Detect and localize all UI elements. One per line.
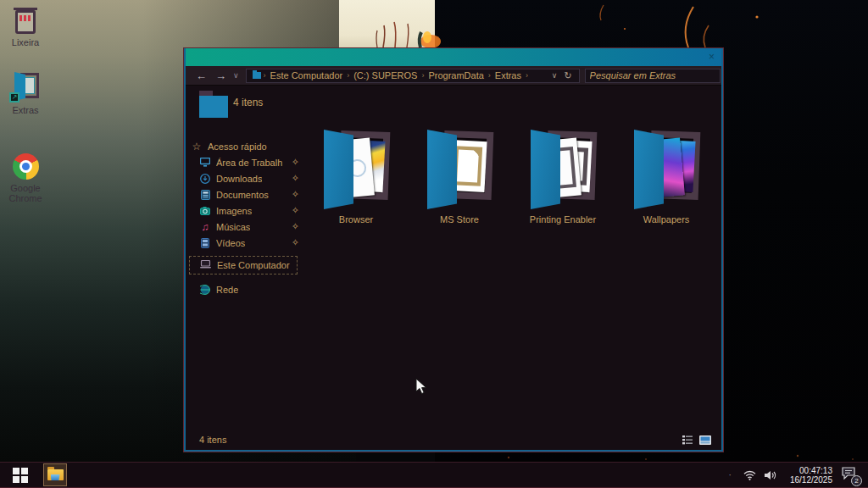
navigation-toolbar: ← → ∨ › Este Computador › (C:) SUPEROS ›…: [186, 66, 721, 86]
notification-center-button[interactable]: 2: [841, 467, 856, 483]
star-icon: ☆: [191, 141, 203, 152]
breadcrumb-item-programdata[interactable]: ProgramData: [428, 70, 483, 80]
status-item-count: 4 itens: [199, 435, 226, 445]
monitor-icon: [199, 158, 211, 167]
explorer-folder-icon: [47, 469, 64, 480]
status-bar: 4 itens: [186, 430, 721, 450]
sidebar-item-this-pc[interactable]: Este Computador: [189, 256, 298, 274]
computer-icon: [200, 260, 211, 270]
breadcrumb-separator: ›: [526, 71, 528, 80]
sidebar-item-network[interactable]: Rede: [191, 281, 303, 297]
download-icon: [199, 174, 211, 184]
file-list: Browser MS Store Printing Enabler: [309, 130, 713, 225]
close-icon[interactable]: ×: [709, 51, 715, 63]
wifi-icon[interactable]: [743, 470, 756, 480]
desktop-icon-extras[interactable]: ↗ Extras: [2, 73, 49, 115]
desktop: Lixeira ↗ Extras Google Chrome × ← → ∨ ›: [0, 0, 868, 488]
volume-icon[interactable]: [765, 470, 776, 480]
breadcrumb-item-extras[interactable]: Extras: [495, 70, 521, 80]
forward-button[interactable]: →: [215, 70, 226, 81]
history-dropdown-icon[interactable]: ∨: [233, 70, 239, 81]
navigation-pane: ☆ Acesso rápido Área de Trabalho ✧ Downl…: [191, 138, 303, 297]
film-icon: [199, 238, 211, 248]
pin-icon: ✧: [292, 237, 303, 248]
desktop-icon-chrome[interactable]: Google Chrome: [2, 151, 49, 203]
back-button[interactable]: ←: [196, 70, 207, 81]
folder-label: Browser: [309, 214, 403, 225]
breadcrumb-separator: ›: [421, 71, 424, 80]
pin-icon: ✧: [292, 189, 303, 200]
taskbar-explorer-button[interactable]: [43, 463, 67, 486]
pin-icon: ✧: [292, 221, 303, 232]
tray-date: 16/12/2025: [790, 475, 832, 485]
refresh-icon[interactable]: ↻: [564, 71, 571, 80]
wallpaper-light-beam: [339, 0, 435, 51]
folder-label: Wallpapers: [620, 214, 713, 225]
explorer-body: 4 itens ☆ Acesso rápido Área de Trabalho…: [186, 86, 721, 430]
breadcrumb-separator: ›: [347, 71, 349, 80]
pin-icon: ✧: [292, 205, 303, 216]
pin-icon: ✧: [292, 157, 303, 168]
tray-clock[interactable]: 00:47:13 16/12/2025: [790, 466, 832, 485]
desktop-icon-label: Lixeira: [2, 37, 49, 47]
search-input[interactable]: [586, 70, 715, 80]
item-count-header: 4 itens: [233, 97, 263, 108]
tray-time: 00:47:13: [790, 466, 832, 475]
recycle-bin-icon: [15, 10, 36, 34]
breadcrumb-item-this-pc[interactable]: Este Computador: [270, 70, 343, 80]
folder-label: Printing Enabler: [516, 214, 609, 225]
details-view-button[interactable]: [682, 435, 693, 445]
camera-icon: [199, 207, 211, 215]
search-box[interactable]: [585, 69, 721, 83]
sidebar-item-downloads[interactable]: Downloads ✧: [191, 170, 303, 186]
folder-icon: [423, 130, 496, 209]
tray-overflow-icon[interactable]: ·: [729, 470, 732, 480]
titlebar[interactable]: ×: [186, 48, 721, 66]
shortcut-arrow-icon: ↗: [9, 92, 19, 103]
folder-wallpapers[interactable]: Wallpapers: [620, 130, 713, 225]
windows-logo-icon: [13, 468, 28, 483]
address-folder-icon: [253, 72, 261, 79]
breadcrumb[interactable]: › Este Computador › (C:) SUPEROS › Progr…: [246, 69, 580, 83]
mouse-cursor: [415, 378, 427, 395]
sidebar-item-documents[interactable]: Documentos ✧: [191, 186, 303, 202]
folder-icon: [320, 130, 392, 209]
breadcrumb-separator: ›: [264, 71, 266, 80]
desktop-icon-recycle-bin[interactable]: Lixeira: [2, 5, 49, 47]
current-folder-icon: [199, 96, 228, 118]
folder-icon: [526, 130, 599, 209]
folder-printing-enabler[interactable]: Printing Enabler: [516, 130, 609, 225]
breadcrumb-separator: ›: [488, 71, 491, 80]
folder-browser[interactable]: Browser: [309, 130, 403, 225]
address-dropdown-icon[interactable]: ∨: [552, 71, 558, 80]
desktop-icon-label: Google Chrome: [2, 183, 49, 203]
folder-ms-store[interactable]: MS Store: [413, 130, 506, 225]
music-note-icon: ♫: [199, 222, 211, 232]
pin-icon: ✧: [292, 173, 303, 184]
thumbnail-view-button[interactable]: [699, 435, 711, 445]
folder-label: MS Store: [413, 214, 506, 225]
sidebar-item-pictures[interactable]: Imagens ✧: [191, 202, 303, 219]
system-tray: · 00:47:13 16/12/2025: [729, 463, 868, 487]
chrome-icon: [13, 153, 39, 180]
sidebar-item-videos[interactable]: Vídeos ✧: [191, 235, 303, 251]
globe-icon: [199, 285, 211, 295]
sidebar-item-music[interactable]: ♫ Músicas ✧: [191, 219, 303, 235]
sidebar-item-desktop[interactable]: Área de Trabalho ✧: [191, 154, 303, 170]
desktop-icon-label: Extras: [2, 105, 49, 115]
start-button[interactable]: [0, 463, 41, 487]
notification-badge: 2: [851, 475, 862, 486]
sidebar-item-quick-access[interactable]: ☆ Acesso rápido: [191, 138, 303, 154]
document-icon: [199, 190, 211, 200]
breadcrumb-item-drive[interactable]: (C:) SUPEROS: [353, 70, 417, 80]
taskbar: · 00:47:13 16/12/2025: [0, 462, 868, 488]
folder-icon: [630, 130, 703, 209]
extras-folder-icon: ↗: [11, 71, 40, 102]
file-explorer-window: × ← → ∨ › Este Computador › (C:) SUPEROS…: [184, 48, 723, 452]
